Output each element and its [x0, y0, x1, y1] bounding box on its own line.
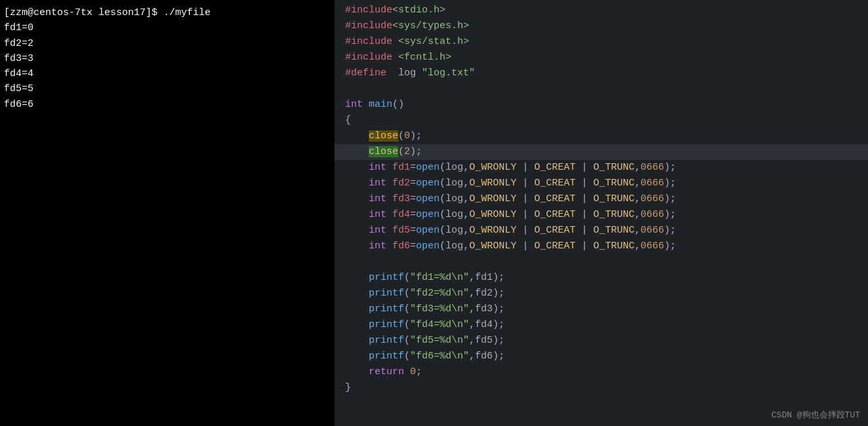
code-content: #include<stdio.h> #include<sys/types.h> …	[335, 0, 868, 398]
code-line-22: printf("fd5=%d\n",fd5);	[335, 333, 868, 349]
code-line-8: {	[335, 113, 868, 128]
code-panel: #include<stdio.h> #include<sys/types.h> …	[335, 0, 868, 426]
code-line-3: #include <sys/stat.h>	[335, 34, 868, 50]
code-line-16: int fd6=open(log,O_WRONLY | O_CREAT | O_…	[335, 239, 868, 254]
code-line-24: return 0;	[335, 364, 868, 380]
code-line-4: #include <fcntl.h>	[335, 50, 868, 66]
code-line-17	[335, 254, 868, 270]
code-line-19: printf("fd2=%d\n",fd2);	[335, 286, 868, 301]
code-line-11: int fd1=open(log,O_WRONLY | O_CREAT | O_…	[335, 160, 868, 176]
code-line-2: #include<sys/types.h>	[335, 18, 868, 34]
code-line-20: printf("fd3=%d\n",fd3);	[335, 301, 868, 317]
code-line-10: close(2);	[335, 144, 868, 160]
code-line-18: printf("fd1=%d\n",fd1);	[335, 270, 868, 286]
code-line-5: #define log "log.txt"	[335, 66, 868, 81]
code-line-25: }	[335, 380, 868, 396]
terminal-output: fd1=0 fd2=2 fd3=3 fd4=4 fd5=5 fd6=6	[4, 20, 331, 112]
code-line-12: int fd2=open(log,O_WRONLY | O_CREAT | O_…	[335, 176, 868, 191]
terminal-panel: [zzm@centos-7tx lesson17]$ ./myfile fd1=…	[0, 0, 335, 426]
code-line-13: int fd3=open(log,O_WRONLY | O_CREAT | O_…	[335, 191, 868, 207]
code-line-6	[335, 81, 868, 97]
watermark: CSDN @狗也会摔跤TUT	[772, 409, 860, 421]
code-line-15: int fd5=open(log,O_WRONLY | O_CREAT | O_…	[335, 223, 868, 239]
code-line-14: int fd4=open(log,O_WRONLY | O_CREAT | O_…	[335, 207, 868, 223]
code-line-9: close(0);	[335, 128, 868, 144]
code-line-23: printf("fd6=%d\n",fd6);	[335, 349, 868, 364]
code-line-7: int main()	[335, 97, 868, 113]
code-line-21: printf("fd4=%d\n",fd4);	[335, 317, 868, 333]
terminal-prompt: [zzm@centos-7tx lesson17]$ ./myfile	[4, 5, 331, 20]
terminal-content: [zzm@centos-7tx lesson17]$ ./myfile fd1=…	[0, 0, 335, 117]
code-line-1: #include<stdio.h>	[335, 3, 868, 18]
